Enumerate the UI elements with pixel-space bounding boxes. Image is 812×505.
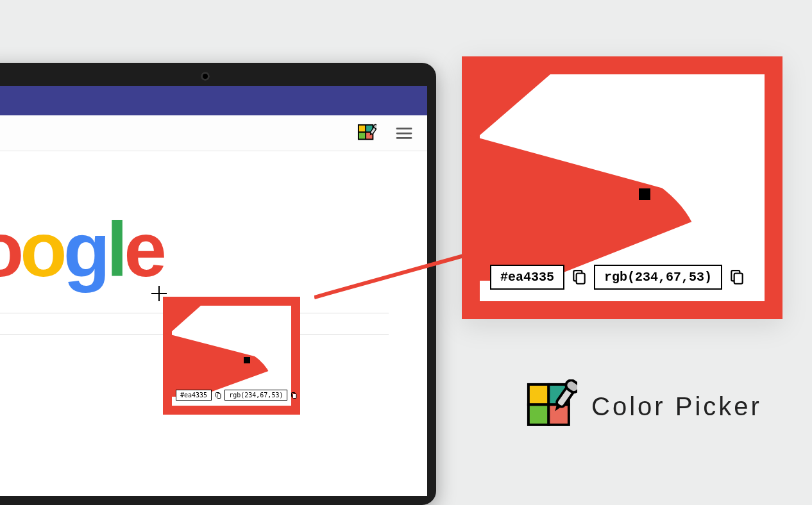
color-picker-icon [357, 124, 376, 143]
page-content: oogle #ea4335 rgb(234,67,53) [0, 151, 427, 496]
copy-hex-button[interactable] [214, 392, 222, 399]
browser-titlebar [0, 86, 427, 115]
browser-menu-button[interactable] [393, 122, 416, 145]
google-logo: oogle [0, 205, 163, 294]
browser-toolbar [0, 115, 427, 151]
color-picker-logo-icon [523, 379, 577, 433]
zoom-shape [163, 333, 272, 397]
product-label: Color Picker [523, 379, 762, 433]
svg-rect-2 [359, 132, 366, 139]
copy-hex-button[interactable] [571, 269, 588, 286]
color-readout-row: #ea4335 rgb(234,67,53) [490, 265, 754, 290]
hamburger-icon [395, 126, 413, 140]
laptop-frame: oogle #ea4335 rgb(234,67,53) [0, 63, 436, 505]
logo-char: o [0, 205, 20, 294]
svg-rect-16 [293, 393, 297, 398]
sample-pixel-indicator [244, 357, 250, 363]
svg-rect-22 [529, 385, 549, 405]
zoom-preview-large: #ea4335 rgb(234,67,53) [462, 56, 782, 319]
hex-value[interactable]: #ea4335 [176, 390, 212, 401]
hex-value[interactable]: #ea4335 [490, 265, 564, 290]
color-picker-extension-button[interactable] [355, 122, 378, 145]
svg-rect-21 [734, 273, 743, 283]
screen: oogle #ea4335 rgb(234,67,53) [0, 86, 427, 496]
zoom-shape [172, 306, 201, 331]
logo-char: o [20, 205, 63, 294]
logo-char: e [124, 205, 163, 294]
copy-rgb-button[interactable] [290, 392, 298, 399]
copy-icon [290, 392, 298, 399]
copy-rgb-button[interactable] [729, 269, 745, 286]
product-name: Color Picker [591, 392, 762, 421]
sample-pixel-indicator [639, 188, 650, 200]
svg-rect-19 [577, 273, 585, 283]
copy-icon [729, 269, 745, 286]
zoom-shape [480, 74, 550, 135]
copy-icon [571, 269, 588, 286]
logo-char: g [63, 205, 106, 294]
zoom-preview-small: #ea4335 rgb(234,67,53) [163, 297, 300, 415]
svg-rect-0 [359, 124, 366, 131]
zoom-shape [462, 133, 699, 281]
webcam-dot [201, 72, 210, 81]
rgb-value[interactable]: rgb(234,67,53) [594, 265, 722, 290]
svg-rect-14 [217, 393, 221, 398]
svg-rect-24 [529, 404, 549, 425]
copy-icon [214, 392, 222, 399]
color-readout-row: #ea4335 rgb(234,67,53) [176, 390, 287, 401]
rgb-value[interactable]: rgb(234,67,53) [224, 390, 287, 401]
logo-char: l [106, 205, 124, 294]
